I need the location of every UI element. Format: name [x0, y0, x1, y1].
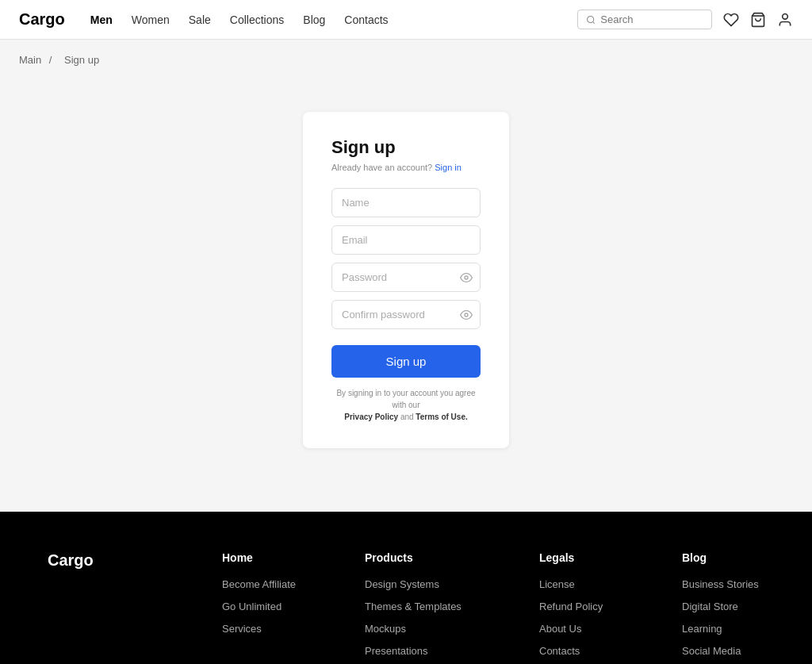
footer-link-learning[interactable]: Learning: [682, 623, 722, 635]
footer-col-products: Products Design Systems Themes & Templat…: [365, 551, 523, 664]
heart-icon: [723, 12, 739, 28]
footer-link-become-affiliate[interactable]: Become Affiliate: [222, 578, 296, 590]
confirm-password-input[interactable]: [331, 300, 481, 329]
signup-card: Sign up Already have an account? Sign in: [303, 112, 509, 448]
svg-point-5: [465, 313, 468, 317]
email-field-group: [331, 225, 481, 255]
footer-link-license[interactable]: License: [539, 578, 575, 590]
search-box: [577, 10, 712, 29]
confirm-password-toggle-icon[interactable]: [460, 309, 473, 321]
nav-blog[interactable]: Blog: [303, 13, 325, 26]
user-icon: [777, 12, 793, 28]
breadcrumb-main[interactable]: Main: [19, 54, 41, 66]
account-button[interactable]: [777, 12, 793, 28]
footer-col-legals: Legals License Refund Policy About Us Co…: [539, 551, 666, 664]
breadcrumb-separator: /: [49, 54, 52, 66]
signup-header: Sign up Already have an account? Sign in: [331, 137, 481, 172]
footer-link-go-unlimited[interactable]: Go Unlimited: [222, 601, 282, 612]
footer-blog-heading: Blog: [682, 551, 809, 564]
svg-point-0: [588, 16, 594, 22]
email-input[interactable]: [331, 225, 481, 255]
footer-products-links: Design Systems Themes & Templates Mockup…: [365, 577, 523, 664]
breadcrumb-current: Sign up: [64, 54, 99, 66]
footer-logo: Cargo: [48, 551, 206, 570]
footer-link-design-systems[interactable]: Design Systems: [365, 578, 439, 590]
bag-icon: [750, 12, 766, 28]
wishlist-button[interactable]: [723, 12, 739, 28]
nav-contacts[interactable]: Contacts: [344, 13, 388, 26]
site-logo[interactable]: Cargo: [19, 10, 65, 29]
name-input[interactable]: [331, 188, 481, 217]
footer-home-heading: Home: [222, 551, 349, 564]
search-icon: [586, 14, 596, 25]
password-input[interactable]: [331, 263, 481, 292]
footer-legals-heading: Legals: [539, 551, 666, 564]
footer: Cargo Home Become Affiliate Go Unlimited…: [0, 512, 812, 664]
footer-link-contacts[interactable]: Contacts: [539, 645, 580, 657]
main-nav: Men Women Sale Collections Blog Contacts: [90, 13, 577, 26]
header-actions: [577, 10, 793, 29]
footer-link-themes-templates[interactable]: Themes & Templates: [365, 601, 462, 612]
password-toggle-icon[interactable]: [460, 271, 473, 284]
main-content: Sign up Already have an account? Sign in: [0, 80, 812, 512]
footer-link-social-media[interactable]: Social Media: [682, 645, 741, 657]
cart-button[interactable]: [750, 12, 766, 28]
footer-home-links: Become Affiliate Go Unlimited Services: [222, 577, 349, 635]
signup-title: Sign up: [331, 137, 396, 158]
nav-sale[interactable]: Sale: [189, 13, 211, 26]
footer-blog-links: Business Stories Digital Store Learning …: [682, 577, 809, 658]
footer-link-services[interactable]: Services: [222, 623, 262, 635]
nav-women[interactable]: Women: [132, 13, 170, 26]
breadcrumb: Main / Sign up: [0, 40, 812, 80]
svg-point-4: [465, 276, 468, 279]
footer-link-digital-store[interactable]: Digital Store: [682, 601, 738, 612]
footer-products-heading: Products: [365, 551, 523, 564]
confirm-password-field-group: [331, 300, 481, 329]
signup-button[interactable]: Sign up: [331, 345, 481, 378]
name-field-group: [331, 188, 481, 217]
footer-logo-col: Cargo: [48, 551, 206, 664]
signin-link[interactable]: Sign in: [435, 163, 462, 172]
search-input[interactable]: [600, 13, 703, 25]
have-account-text: Already have an account?: [331, 163, 432, 172]
nav-men[interactable]: Men: [90, 13, 113, 26]
nav-collections[interactable]: Collections: [230, 13, 284, 26]
footer-link-refund-policy[interactable]: Refund Policy: [539, 601, 603, 612]
footer-col-blog: Blog Business Stories Digital Store Lear…: [682, 551, 809, 664]
footer-col-home: Home Become Affiliate Go Unlimited Servi…: [222, 551, 349, 664]
footer-link-business-stories[interactable]: Business Stories: [682, 578, 759, 590]
footer-link-about-us[interactable]: About Us: [539, 623, 581, 635]
terms-intro: By signing in to your account you agree …: [336, 389, 475, 409]
terms-of-use-link[interactable]: Terms of Use.: [416, 413, 467, 421]
privacy-policy-link[interactable]: Privacy Policy: [344, 413, 398, 421]
footer-legals-links: License Refund Policy About Us Contacts: [539, 577, 666, 658]
footer-link-presentations[interactable]: Presentations: [365, 645, 428, 657]
header: Cargo Men Women Sale Collections Blog Co…: [0, 0, 812, 40]
svg-point-3: [783, 13, 788, 19]
password-field-group: [331, 263, 481, 292]
footer-link-mockups[interactable]: Mockups: [365, 623, 406, 635]
terms-and: and: [400, 413, 414, 421]
svg-line-1: [593, 21, 595, 23]
signin-prompt: Already have an account? Sign in: [331, 163, 462, 172]
terms-text: By signing in to your account you agree …: [331, 387, 481, 423]
footer-top: Cargo Home Become Affiliate Go Unlimited…: [48, 551, 764, 664]
